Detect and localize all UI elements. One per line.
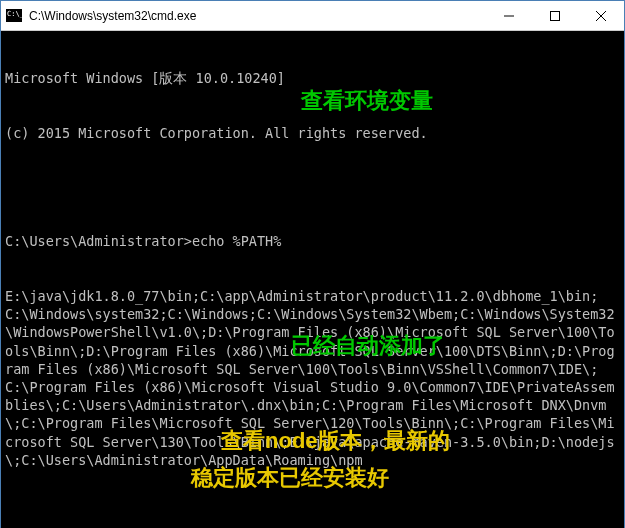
prompt: C:\Users\Administrator> <box>5 233 192 249</box>
terminal-area[interactable]: Microsoft Windows [版本 10.0.10240] (c) 20… <box>1 31 624 528</box>
annotation-node-version-1: 查看node版本，最新的 <box>221 426 450 456</box>
window-controls <box>486 1 624 30</box>
minimize-button[interactable] <box>486 1 532 30</box>
terminal-line: (c) 2015 Microsoft Corporation. All righ… <box>5 124 620 142</box>
blank-line <box>5 179 620 196</box>
annotation-node-version-2: 稳定版本已经安装好 <box>191 463 389 493</box>
cmd-window: C:\Windows\system32\cmd.exe Microsoft Wi… <box>0 0 625 528</box>
close-button[interactable] <box>578 1 624 30</box>
terminal-line: Microsoft Windows [版本 10.0.10240] <box>5 69 620 87</box>
maximize-button[interactable] <box>532 1 578 30</box>
terminal-line: C:\Users\Administrator>echo %PATH% <box>5 232 620 250</box>
cmd-icon <box>1 1 27 31</box>
annotation-env-var: 查看环境变量 <box>301 86 433 116</box>
blank-line <box>5 505 620 522</box>
annotation-auto-added: 已经自动添加了 <box>291 331 445 361</box>
command-text: echo %PATH% <box>192 233 281 249</box>
svg-rect-1 <box>551 11 560 20</box>
window-title: C:\Windows\system32\cmd.exe <box>27 9 486 23</box>
titlebar[interactable]: C:\Windows\system32\cmd.exe <box>1 1 624 31</box>
